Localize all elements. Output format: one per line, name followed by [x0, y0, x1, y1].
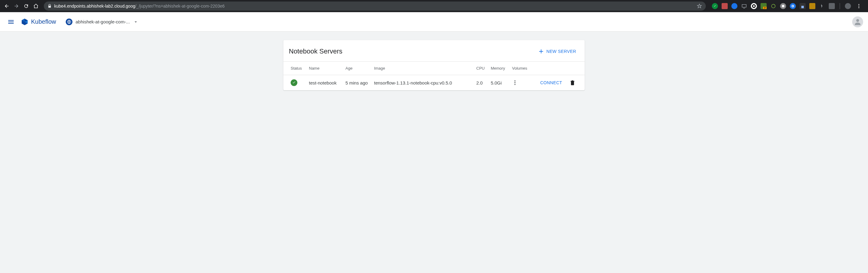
column-header-image: Image — [371, 62, 473, 75]
cell-memory: 5.0Gi — [488, 75, 509, 91]
user-avatar[interactable] — [852, 16, 863, 27]
connect-button[interactable]: CONNECT — [540, 80, 562, 85]
kubeflow-logo-icon — [21, 18, 29, 26]
svg-point-12 — [515, 84, 516, 85]
extension-icon[interactable] — [751, 3, 757, 9]
browser-omnibox[interactable]: kube4.endpoints.abhishek-lab2.cloud.goog… — [44, 2, 706, 11]
table-header-row: Status Name Age Image CPU Memory Volumes — [283, 62, 585, 75]
extension-icon[interactable] — [741, 3, 747, 9]
separator — [840, 3, 840, 9]
cell-age: 5 mins ago — [342, 75, 371, 91]
extension-icon[interactable] — [819, 3, 825, 9]
browser-back-button[interactable] — [2, 2, 11, 10]
new-server-button[interactable]: NEW SERVER — [535, 46, 579, 57]
extension-icon[interactable] — [712, 3, 718, 9]
browser-chrome: kube4.endpoints.abhishek-lab2.cloud.goog… — [0, 0, 868, 12]
hamburger-menu-button[interactable] — [5, 16, 17, 28]
svg-point-11 — [515, 82, 516, 83]
extension-icon[interactable] — [800, 3, 806, 9]
notebook-servers-card: Notebook Servers NEW SERVER Status Name … — [283, 40, 585, 90]
lock-icon — [48, 4, 52, 8]
page-title: Notebook Servers — [289, 47, 342, 55]
bookmark-star-icon[interactable] — [696, 3, 702, 9]
browser-profile-avatar[interactable] — [845, 3, 851, 9]
svg-point-4 — [859, 7, 860, 8]
browser-reload-button[interactable] — [22, 2, 30, 10]
svg-point-2 — [859, 4, 860, 5]
svg-point-3 — [859, 6, 860, 7]
namespace-label: abhishek-at-google-com-... — [75, 19, 130, 24]
table-row: test-notebook 5 mins ago tensorflow-1.13… — [283, 75, 585, 91]
url-path: /_/jupyter/?ns=abhishek-at-google-com-22… — [135, 4, 225, 8]
app-topbar: Kubeflow abhishek-at-google-com-... — [0, 12, 868, 32]
column-header-status: Status — [283, 62, 306, 75]
brand-text: Kubeflow — [31, 18, 56, 25]
column-header-cpu: CPU — [473, 62, 488, 75]
globe-icon — [66, 19, 72, 25]
page-content: Notebook Servers NEW SERVER Status Name … — [0, 32, 868, 99]
browser-extensions: 1h — [709, 2, 866, 10]
status-ok-icon — [291, 79, 297, 86]
volumes-menu-button[interactable] — [512, 80, 527, 86]
row-actions: CONNECT — [533, 80, 582, 86]
extension-icon[interactable] — [770, 3, 776, 9]
delete-button[interactable] — [569, 80, 576, 86]
column-header-actions — [530, 62, 585, 75]
browser-menu-button[interactable] — [855, 2, 863, 10]
svg-point-9 — [856, 19, 859, 22]
column-header-memory: Memory — [488, 62, 509, 75]
namespace-selector[interactable]: abhishek-at-google-com-... — [66, 19, 138, 25]
url-host: kube4.endpoints.abhishek-lab2.cloud.goog — [54, 4, 135, 8]
browser-home-button[interactable] — [32, 2, 40, 10]
extension-icon[interactable] — [780, 3, 786, 9]
chevron-down-icon — [133, 19, 138, 25]
extension-icon[interactable]: 1h — [761, 3, 767, 9]
extension-icon[interactable] — [809, 3, 815, 9]
servers-table: Status Name Age Image CPU Memory Volumes — [283, 61, 585, 90]
cell-image: tensorflow-1.13.1-notebook-cpu:v0.5.0 — [371, 75, 473, 91]
extension-icon[interactable] — [829, 3, 835, 9]
plus-icon — [538, 48, 545, 55]
svg-point-10 — [515, 80, 516, 81]
browser-forward-button[interactable] — [12, 2, 21, 10]
new-server-label: NEW SERVER — [546, 49, 576, 54]
cell-name: test-notebook — [306, 75, 342, 91]
trash-icon — [569, 80, 576, 86]
extension-icon[interactable] — [731, 3, 738, 9]
svg-rect-0 — [742, 5, 746, 7]
card-header: Notebook Servers NEW SERVER — [283, 40, 585, 61]
extension-icon[interactable] — [722, 3, 728, 9]
kubeflow-logo[interactable]: Kubeflow — [21, 18, 56, 26]
column-header-age: Age — [342, 62, 371, 75]
column-header-volumes: Volumes — [509, 62, 530, 75]
column-header-name: Name — [306, 62, 342, 75]
extension-icon[interactable] — [790, 3, 796, 9]
cell-cpu: 2.0 — [473, 75, 488, 91]
